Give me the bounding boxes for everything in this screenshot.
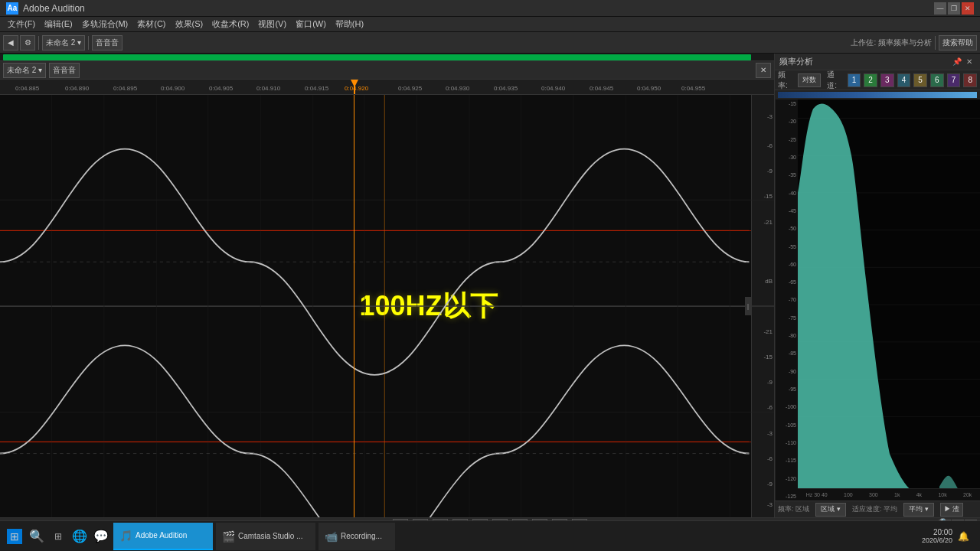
recording-label: Recording...: [341, 532, 382, 540]
resize-handle-2[interactable]: ‖: [745, 297, 751, 315]
freq-ch-6[interactable]: 6: [930, 73, 944, 87]
taskbar-recording[interactable]: 📹 Recording...: [318, 523, 395, 550]
browser-icon: 🌐: [72, 529, 87, 543]
notification-btn[interactable]: 🔔: [956, 529, 971, 544]
sdb-2: -25: [776, 137, 798, 142]
waveform-playhead: [354, 95, 354, 517]
ruler-label-7: 0:04.925: [398, 85, 422, 92]
clock: 20:00 2020/6/20: [922, 528, 952, 544]
workspace-dropdown[interactable]: 未命名 2 ▾: [42, 35, 85, 51]
scroll-bar-top[interactable]: [0, 54, 774, 61]
spectrum-db-scale: -15 -20 -25 -30 -35 -40 -45 -50 -55 -60 …: [775, 99, 798, 500]
freq-axis: Hz 30 40 100 300 1k 4k 10k 20k: [798, 488, 980, 500]
freq-label: 频率:: [778, 70, 795, 91]
right-panel-close-btn[interactable]: ✕: [963, 56, 975, 68]
menu-file[interactable]: 文件(F): [3, 18, 40, 30]
sdb-12: -75: [776, 315, 798, 321]
sdb-5: -40: [776, 191, 798, 196]
ruler-label-1: 0:04.890: [65, 85, 89, 92]
freq-ch-1[interactable]: 1: [848, 73, 861, 87]
channel-label: 通道:: [827, 70, 844, 91]
toolbar: ◀ ⚙ 未命名 2 ▾ 音音音 上作佐: 频率频率与分析 搜索帮助: [0, 32, 980, 54]
menu-multitrack[interactable]: 多轨混合(M): [77, 18, 133, 30]
freq-ch-8[interactable]: 8: [963, 73, 977, 87]
freq-scale-btn[interactable]: 对数: [798, 73, 821, 87]
browser-btn[interactable]: 🌐: [69, 526, 90, 547]
sdb-18: -105: [776, 422, 798, 428]
chat-btn[interactable]: 💬: [90, 526, 112, 547]
menu-view[interactable]: 视图(V): [253, 18, 291, 30]
freq-ax-2: 300: [869, 492, 878, 497]
freq-ch-3[interactable]: 3: [880, 73, 894, 87]
audition-taskbar-label: Adobe Audition: [136, 531, 187, 540]
waveform-container[interactable]: -3 -6 -9 -15 -21 dB -21 -15 -9 -6 -3 -6 …: [0, 95, 774, 517]
ruler-label-13: 0:04.955: [681, 85, 705, 92]
ruler-label-11: 0:04.945: [590, 85, 613, 92]
freq-ax-4: 4k: [916, 492, 922, 497]
resolution-label: 适应速度: 平均: [852, 504, 897, 514]
sdb-17: -100: [776, 404, 798, 409]
window-controls: — ❐ ✕: [934, 2, 974, 15]
freq-controls: 频率: 对数 通道: 1 2 3 4 5 6 7 8: [775, 70, 980, 90]
toolbar-sep-2: [88, 36, 89, 50]
start-button[interactable]: ⊞: [3, 525, 26, 548]
task-view-btn[interactable]: ⊞: [47, 526, 69, 547]
track-close[interactable]: ✕: [756, 63, 771, 78]
sdb-15: -90: [776, 369, 798, 374]
right-panel-title: 频率分析: [779, 56, 813, 67]
sdb-1: -20: [776, 119, 798, 124]
title-bar: Aa Adobe Audition — ❐ ✕: [0, 0, 980, 17]
taskbar-camtasia[interactable]: 🎬 Camtasia Studio ...: [216, 523, 315, 550]
menu-help[interactable]: 帮助(H): [331, 18, 368, 30]
spectrum-fill: [798, 104, 980, 500]
toolbar-btn-2[interactable]: ⚙: [20, 35, 35, 51]
freq-region-dropdown[interactable]: 区域 ▾: [815, 503, 846, 517]
spectrum-svg: [798, 99, 980, 500]
freq-ch-5[interactable]: 5: [913, 73, 927, 87]
timeline-ruler[interactable]: 0:04.885 0:04.890 0:04.895 0:04.900 0:04…: [0, 80, 774, 95]
camtasia-icon: 🎬: [222, 530, 235, 543]
sdb-7: -50: [776, 226, 798, 231]
toolbar-sep-3: [935, 36, 936, 50]
bottom-waveform: [0, 345, 749, 517]
restore-button[interactable]: ❐: [948, 2, 960, 15]
task-view-icon: ⊞: [54, 531, 62, 542]
sdb-14: -85: [776, 350, 798, 356]
menu-window[interactable]: 窗口(W): [291, 18, 331, 30]
freq-ch-2[interactable]: 2: [864, 73, 877, 87]
close-button[interactable]: ✕: [962, 2, 974, 15]
workspace-right-label: 上作佐: 频率频率与分析: [851, 37, 932, 48]
track-name-dropdown[interactable]: 未命名 2 ▾: [3, 63, 46, 78]
toolbar-btn-1[interactable]: ◀: [3, 35, 18, 51]
freq-ch-4[interactable]: 4: [897, 73, 911, 87]
color-bars: [775, 90, 980, 99]
freq-ch-7[interactable]: 7: [947, 73, 961, 87]
track-header: 未命名 2 ▾ 音音音 ✕: [0, 61, 774, 80]
search-help[interactable]: 搜索帮助: [939, 35, 977, 51]
search-taskbar-btn[interactable]: 🔍: [26, 526, 47, 547]
freq-extra-btn[interactable]: ▶ 渣: [940, 503, 963, 517]
right-panel-pin[interactable]: 📌: [951, 56, 963, 68]
toolbar-sep-1: [38, 36, 39, 50]
taskbar-audition[interactable]: 🎵 Adobe Audition: [113, 523, 213, 550]
resize-handle-2-icon: ‖: [746, 303, 750, 310]
menu-edit[interactable]: 编辑(E): [40, 18, 77, 30]
audition-taskbar-icon: 🎵: [119, 530, 132, 542]
menu-clip[interactable]: 素材(C): [132, 18, 170, 30]
waveform-panel: 未命名 2 ▾ 音音音 ✕ 0:04.885 0:04.890 0:04.895…: [0, 54, 775, 517]
menu-reception[interactable]: 收盘术(R): [207, 18, 253, 30]
resolution-dropdown[interactable]: 平均 ▾: [903, 503, 934, 517]
right-panel: 频率分析 📌 ✕ 频率: 对数 通道: 1 2 3 4 5 6 7 8: [775, 54, 980, 517]
toolbar-audio[interactable]: 音音音: [92, 35, 122, 51]
windows-icon[interactable]: ⊞: [7, 529, 22, 544]
freq-ax-5: 10k: [938, 492, 946, 497]
recording-icon: 📹: [325, 530, 338, 543]
menu-effects[interactable]: 效果(S): [171, 18, 208, 30]
scroll-thumb[interactable]: [3, 54, 751, 60]
sdb-8: -55: [776, 244, 798, 249]
minimize-button[interactable]: —: [934, 2, 946, 15]
sdb-10: -65: [776, 279, 798, 285]
sdb-16: -95: [776, 386, 798, 392]
sdb-6: -45: [776, 208, 798, 214]
track-audio-btn[interactable]: 音音音: [49, 63, 80, 78]
